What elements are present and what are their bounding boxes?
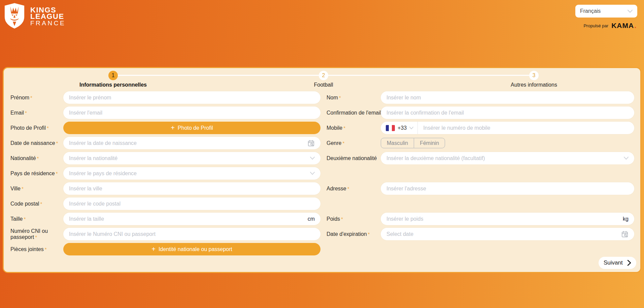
birthdate-field — [63, 137, 320, 149]
form-area: Prénom* Nom* Email* Confirmation de l'em… — [10, 91, 634, 258]
email-confirm-label: Confirmation de l'email* — [327, 110, 381, 116]
chevron-down-icon — [310, 172, 315, 175]
powered-by-text: Propulsé par — [583, 23, 608, 28]
poids-field: kg — [381, 213, 634, 225]
genre-segmented-control: Masculin Féminin — [381, 138, 634, 148]
step-2-circle: 2 — [319, 71, 328, 80]
logo-wordmark: KINGS LEAGUE FRANCE — [30, 7, 66, 27]
chevron-down-icon — [409, 127, 413, 129]
cni-label: Numéro CNI ou passeport* — [10, 228, 63, 240]
step-2-label: Football — [314, 82, 333, 88]
taille-unit: cm — [308, 216, 315, 222]
nationality2-select[interactable] — [381, 152, 634, 164]
attachments-upload-button[interactable]: + Identité nationale ou passeport — [63, 243, 320, 255]
step-1-circle: 1 — [108, 71, 118, 80]
required-marker: * — [343, 125, 345, 131]
registration-page: KINGS LEAGUE FRANCE Français Propulsé pa… — [0, 0, 644, 308]
chevron-down-icon — [624, 157, 629, 160]
country-label: Pays de résidence* — [10, 171, 63, 177]
form-row: Prénom* Nom* — [10, 91, 634, 104]
nationality2-input[interactable] — [386, 155, 620, 161]
required-marker: * — [24, 216, 26, 222]
kings-league-logo: KINGS LEAGUE FRANCE — [4, 3, 66, 29]
code-postal-field — [63, 197, 320, 210]
attachments-upload-button-label: Identité nationale ou passeport — [159, 246, 232, 252]
adresse-input[interactable] — [386, 186, 629, 192]
email-confirm-field — [381, 106, 634, 119]
plus-icon: + — [171, 124, 175, 131]
required-marker: * — [25, 110, 27, 116]
prenom-field — [63, 91, 320, 104]
nationality-select[interactable] — [63, 152, 320, 164]
form-row: Nationalité* Deuxième nationalité — [10, 152, 634, 164]
language-selector[interactable]: Français — [575, 5, 637, 18]
calendar-icon[interactable] — [621, 230, 629, 238]
form-row: Ville* Adresse* — [10, 182, 634, 195]
required-marker: * — [35, 234, 37, 240]
nom-field — [381, 91, 634, 104]
step-autres-informations[interactable]: 3 Autres informations — [480, 71, 588, 88]
form-row: Photo de Profil* + Photo de Profil Mobil… — [10, 122, 634, 134]
poids-input[interactable] — [386, 216, 619, 222]
mobile-input[interactable] — [418, 125, 634, 131]
photo-upload-button[interactable]: + Photo de Profil — [63, 122, 320, 134]
form-row: Code postal* — [10, 197, 634, 210]
mobile-label: Mobile* — [327, 125, 381, 131]
ville-input[interactable] — [69, 186, 315, 192]
plus-icon: + — [151, 246, 156, 252]
chevron-down-icon — [310, 157, 315, 160]
code-postal-label: Code postal* — [10, 201, 63, 207]
cni-field — [63, 228, 320, 240]
powered-by: Propulsé par KAMA. — [583, 22, 637, 30]
required-marker: * — [40, 201, 42, 207]
country-select[interactable] — [63, 167, 320, 180]
nationality2-label: Deuxième nationalité — [327, 155, 381, 161]
next-button[interactable]: Suivant — [599, 257, 636, 269]
step-3-label: Autres informations — [511, 82, 557, 88]
taille-label: Taille* — [10, 216, 63, 222]
nom-input[interactable] — [386, 95, 629, 101]
dial-code-value: +33 — [398, 125, 407, 131]
france-flag-icon — [386, 125, 395, 131]
form-row: Email* Confirmation de l'email* — [10, 106, 634, 119]
required-marker: * — [37, 155, 39, 161]
adresse-label: Adresse* — [327, 186, 381, 192]
prenom-input[interactable] — [69, 95, 315, 101]
birthdate-label: Date de naissance* — [10, 140, 63, 146]
next-button-label: Suivant — [604, 259, 623, 266]
genre-option-feminin[interactable]: Féminin — [414, 138, 445, 148]
dial-code-selector[interactable]: +33 — [381, 122, 417, 134]
chevron-down-icon — [628, 10, 633, 13]
email-field — [63, 106, 320, 119]
required-marker: * — [22, 186, 24, 191]
logo-line-league: LEAGUE — [30, 13, 66, 20]
photo-upload-button-label: Photo de Profil — [178, 125, 213, 131]
required-marker: * — [56, 171, 58, 176]
step-1-label: Informations personnelles — [79, 82, 147, 88]
step-football[interactable]: 2 Football — [270, 71, 377, 88]
step-3-circle: 3 — [529, 71, 539, 80]
form-row: Pays de résidence* — [10, 167, 634, 180]
expiry-field — [381, 228, 634, 240]
taille-input[interactable] — [69, 216, 304, 222]
expiry-input[interactable] — [386, 231, 617, 237]
code-postal-input[interactable] — [69, 201, 315, 207]
kama-logo: KAMA. — [611, 22, 637, 30]
email-input[interactable] — [69, 110, 315, 116]
cni-input[interactable] — [69, 231, 315, 237]
required-marker: * — [30, 95, 32, 100]
ville-field — [63, 182, 320, 195]
required-marker: * — [368, 231, 370, 237]
email-confirm-input[interactable] — [386, 110, 629, 116]
expiry-label: Date d'expiration* — [327, 231, 381, 237]
required-marker: * — [341, 216, 343, 222]
genre-option-masculin[interactable]: Masculin — [381, 138, 414, 148]
birthdate-input[interactable] — [69, 140, 303, 146]
step-informations-personnelles[interactable]: 1 Informations personnelles — [59, 71, 167, 88]
calendar-icon[interactable] — [307, 140, 315, 147]
nationality-input[interactable] — [69, 155, 306, 161]
country-input[interactable] — [69, 171, 306, 177]
required-marker: * — [45, 246, 47, 252]
form-panel: 1 Informations personnelles 2 Football 3… — [3, 67, 641, 273]
required-marker: * — [342, 140, 344, 146]
